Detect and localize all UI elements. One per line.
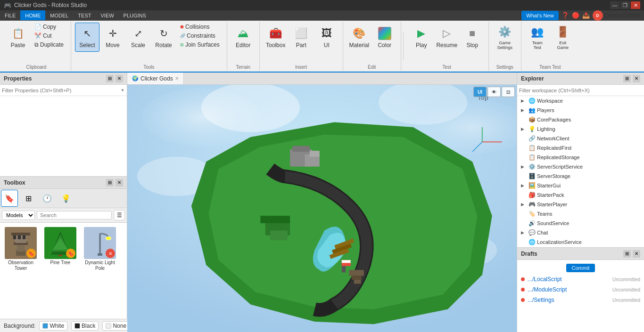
play-button[interactable]: ▶ Play <box>409 23 434 52</box>
menu-file[interactable]: FILE <box>0 10 20 20</box>
maximize-button[interactable]: ❐ <box>620 1 630 9</box>
menu-view[interactable]: VIEW <box>96 10 118 20</box>
menu-plugins[interactable]: PLUGINS <box>119 10 151 20</box>
drafts-close-button[interactable]: ✕ <box>633 250 640 258</box>
background-white-option[interactable]: White <box>39 321 67 331</box>
toolbox-ribbon-button[interactable]: 🧰 Toolbox <box>264 23 288 52</box>
toolbox-bookmarks-button[interactable]: 🔖 <box>1 190 18 207</box>
toolbox-grid-button[interactable]: ⊞ <box>20 190 37 207</box>
toolbox-category-select[interactable]: Models Plugins Audio Images <box>2 211 35 220</box>
team-test-button[interactable]: 👥 TeamTest <box>525 23 550 52</box>
toolbox-featured-button[interactable]: 💡 <box>58 190 74 207</box>
exit-game-button[interactable]: 🚪 ExitGame <box>551 23 575 52</box>
toolbox-close-button[interactable]: ✕ <box>116 179 123 186</box>
properties-filter-bar[interactable]: ▼ <box>0 85 127 96</box>
explorer-item-serverscriptservice[interactable]: ▶ ⚙️ ServerScriptService <box>517 162 644 171</box>
ui-toggle-button[interactable]: UI <box>473 87 487 97</box>
explorer-arrow[interactable]: ▶ <box>521 127 527 131</box>
commit-button[interactable]: Commit <box>566 264 595 272</box>
menu-model[interactable]: MODEL <box>45 10 73 20</box>
ui-button[interactable]: 🖼 UI <box>314 23 339 52</box>
drafts-expand-button[interactable]: ⊞ <box>623 250 631 258</box>
toolbox-item-light-pole[interactable]: ✕ Dynamic Light Pole <box>81 225 119 274</box>
drafts-header-buttons[interactable]: ⊞ ✕ <box>623 250 640 258</box>
explorer-arrow[interactable]: ▶ <box>521 98 527 103</box>
explorer-arrow[interactable]: ▶ <box>521 183 527 188</box>
viewport-screen-button[interactable]: ⊡ <box>502 87 515 97</box>
share-icon[interactable]: 📤 <box>582 12 590 19</box>
disconnect-icon[interactable]: 🔴 <box>572 12 579 19</box>
explorer-item-startergui[interactable]: ▶ 🖼️ StarterGui <box>517 181 644 190</box>
material-button[interactable]: 🎨 Material <box>347 23 372 52</box>
explorer-item-teams[interactable]: 🏷️ Teams <box>517 209 644 219</box>
copy-button[interactable]: 📄 Copy <box>31 23 67 31</box>
viewport-tab-clicker-gods[interactable]: 🌍 Clicker Gods ✕ <box>127 73 184 84</box>
explorer-item-localizationservice[interactable]: 🌐 LocalizationService <box>517 237 644 247</box>
stop-button[interactable]: ■ Stop <box>460 23 485 52</box>
game-settings-button[interactable]: ⚙️ GameSettings <box>493 23 517 52</box>
viewport-ui-toggle[interactable]: UI 👁 ⊡ <box>473 87 515 97</box>
part-button[interactable]: ⬜ Part <box>289 23 314 52</box>
filter-dropdown-icon[interactable]: ▼ <box>120 88 125 93</box>
properties-close-button[interactable]: ✕ <box>116 75 123 82</box>
explorer-item-corepackages[interactable]: 📦 CorePackages <box>517 115 644 124</box>
explorer-item-starterplayer[interactable]: ▶ 🎮 StarterPlayer <box>517 200 644 209</box>
titlebar-controls[interactable]: — ❐ ✕ <box>610 1 640 9</box>
editor-button[interactable]: ⛰ Editor <box>231 23 256 52</box>
explorer-item-serverstorage[interactable]: 🗄️ ServerStorage <box>517 171 644 181</box>
menu-test[interactable]: TEST <box>73 10 96 20</box>
properties-expand-button[interactable]: ⊞ <box>106 75 114 82</box>
draft-item-1[interactable]: .../ModuleScript Uncommitted <box>517 284 644 295</box>
minimize-button[interactable]: — <box>610 1 619 9</box>
resume-button[interactable]: ▷ Resume <box>435 23 459 52</box>
background-black-option[interactable]: Black <box>71 321 99 331</box>
join-surfaces-button[interactable]: ⊞ Join Surfaces <box>177 40 223 49</box>
color-button[interactable]: Color <box>372 23 397 52</box>
viewport[interactable]: Top UI 👁 ⊡ <box>127 85 517 332</box>
explorer-arrow[interactable]: ▶ <box>521 164 527 169</box>
explorer-arrow[interactable]: ▶ <box>521 230 527 235</box>
select-button[interactable]: ↖ Select <box>75 23 99 52</box>
move-button[interactable]: ✛ Move <box>100 23 125 52</box>
duplicate-button[interactable]: ⧉ Duplicate <box>31 40 67 49</box>
toolbox-search-input[interactable] <box>37 211 112 219</box>
explorer-expand-button[interactable]: ⊞ <box>623 75 631 82</box>
toolbox-filter-button[interactable]: ☰ <box>114 210 125 220</box>
toolbox-item-pine-tree[interactable]: 🔖 Pine Tree <box>41 225 79 274</box>
explorer-item-chat[interactable]: ▶ 💬 Chat <box>517 228 644 237</box>
explorer-item-workspace[interactable]: ▶ 🌐 Workspace <box>517 96 644 105</box>
explorer-arrow[interactable]: ▶ <box>521 202 527 207</box>
viewport-icon-button[interactable]: 👁 <box>487 87 501 97</box>
collisions-button[interactable]: ⬟ Collisions <box>177 23 223 31</box>
toolbox-item-observation-tower[interactable]: 🔖 Observation Tower <box>2 225 40 274</box>
cut-button[interactable]: ✂️ Cut <box>31 32 67 40</box>
explorer-item-replicatedfirst[interactable]: 📋 ReplicatedFirst <box>517 143 644 153</box>
explorer-item-players[interactable]: ▶ 👥 Players <box>517 105 644 115</box>
paste-button[interactable]: 📋 Paste <box>6 23 30 52</box>
help-icon[interactable]: ❓ <box>561 12 569 19</box>
rotate-button[interactable]: ↻ Rotate <box>151 23 176 52</box>
viewport-tab-close[interactable]: ✕ <box>175 76 179 81</box>
draft-item-2[interactable]: .../Settings Uncommitted <box>517 295 644 305</box>
explorer-close-button[interactable]: ✕ <box>633 75 640 82</box>
scale-button[interactable]: ⤢ Scale <box>126 23 150 52</box>
explorer-filter-input[interactable] <box>519 88 642 93</box>
properties-header-buttons[interactable]: ⊞ ✕ <box>106 75 123 82</box>
explorer-item-replicatedstorage[interactable]: 📋 ReplicatedStorage <box>517 153 644 162</box>
toolbox-expand-button[interactable]: ⊞ <box>106 179 114 186</box>
draft-item-0[interactable]: .../LocalScript Uncommitted <box>517 274 644 284</box>
background-none-option[interactable]: None <box>102 321 130 331</box>
constraints-button[interactable]: 🔗 Constraints <box>177 32 223 40</box>
whats-new-button[interactable]: What's New <box>521 11 558 20</box>
explorer-filter-bar[interactable] <box>517 85 644 96</box>
explorer-item-lighting[interactable]: ▶ 💡 Lighting <box>517 124 644 134</box>
toolbox-recent-button[interactable]: 🕐 <box>39 190 56 207</box>
close-button[interactable]: ✕ <box>631 1 640 9</box>
menu-home[interactable]: HOME <box>20 10 45 20</box>
properties-filter-input[interactable] <box>2 88 120 93</box>
explorer-header-buttons[interactable]: ⊞ ✕ <box>623 75 640 82</box>
toolbox-header-buttons[interactable]: ⊞ ✕ <box>106 179 123 186</box>
explorer-item-starterpack[interactable]: 🎒 StarterPack <box>517 190 644 200</box>
explorer-item-networkclient[interactable]: 🔗 NetworkClient <box>517 134 644 143</box>
explorer-arrow[interactable]: ▶ <box>521 108 527 113</box>
